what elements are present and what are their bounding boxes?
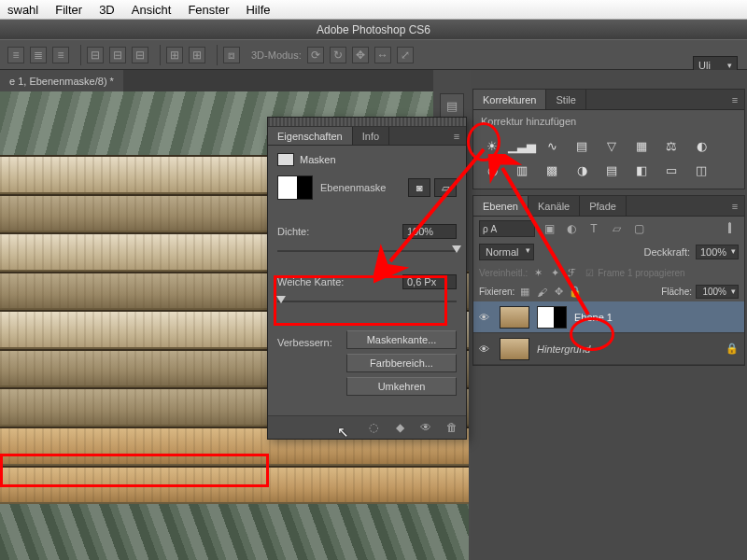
distribute-icon[interactable]: ⊟ bbox=[87, 47, 104, 63]
vibrance-icon[interactable]: ▽ bbox=[600, 136, 623, 155]
align-icon[interactable]: ≡ bbox=[7, 47, 24, 63]
lock-all-icon[interactable]: 🔒 bbox=[569, 286, 582, 299]
panel-menu-icon[interactable]: ≡ bbox=[726, 196, 744, 216]
flaeche-value[interactable]: 100% bbox=[696, 285, 739, 299]
tab-stile[interactable]: Stile bbox=[546, 90, 585, 109]
menu-item[interactable]: Ansicht bbox=[132, 3, 172, 17]
menu-item[interactable]: Fenster bbox=[188, 3, 229, 17]
distribute-icon[interactable]: ⊟ bbox=[132, 47, 148, 63]
distribute-icon[interactable]: ⊞ bbox=[189, 47, 205, 63]
3d-icon[interactable]: ⧈ bbox=[223, 47, 240, 63]
document-tab[interactable]: e 1, Ebenenmaske/8) * bbox=[0, 70, 123, 91]
filter-image-icon[interactable]: ▣ bbox=[541, 221, 557, 236]
visibility-icon[interactable]: 👁 bbox=[479, 312, 492, 323]
tab-kanaele[interactable]: Kanäle bbox=[529, 196, 580, 216]
deckkraft-label: Deckkraft: bbox=[643, 246, 690, 258]
filter-toggle-icon[interactable]: ⏽ bbox=[722, 221, 739, 236]
layer-thumbnail[interactable] bbox=[500, 338, 529, 360]
unify-icon[interactable]: ℱ bbox=[565, 266, 578, 279]
vector-mask-button[interactable]: ▱ bbox=[434, 178, 457, 197]
layer-name[interactable]: Hintergrund bbox=[537, 343, 718, 355]
menu-item[interactable]: Hilfe bbox=[246, 3, 270, 17]
tab-pfade[interactable]: Pfade bbox=[580, 196, 627, 216]
bw-icon[interactable]: ◐ bbox=[690, 136, 712, 155]
lock-transparency-icon[interactable]: ▦ bbox=[518, 286, 531, 299]
mac-menubar[interactable]: swahl Filter 3D Ansicht Fenster Hilfe bbox=[0, 0, 747, 20]
panel-menu-icon[interactable]: ≡ bbox=[447, 127, 466, 145]
gradient-icon[interactable]: ▭ bbox=[660, 161, 683, 179]
levels-icon[interactable]: ▁▃▅ bbox=[511, 136, 533, 155]
layer-mask-thumbnail[interactable] bbox=[537, 306, 567, 329]
dichte-slider[interactable] bbox=[277, 245, 457, 258]
panel-grip[interactable] bbox=[268, 118, 466, 127]
exposure-icon[interactable]: ▤ bbox=[571, 136, 593, 155]
weiche-kante-label: Weiche Kante: bbox=[277, 276, 402, 287]
hue-icon[interactable]: ▦ bbox=[630, 136, 653, 155]
filter-smart-icon[interactable]: ▢ bbox=[630, 221, 647, 236]
dichte-label: Dichte: bbox=[277, 226, 402, 237]
filter-adjustment-icon[interactable]: ◐ bbox=[563, 221, 580, 236]
umkehren-button[interactable]: Umkehren bbox=[346, 377, 457, 396]
panel-menu-icon[interactable]: ≡ bbox=[726, 90, 744, 109]
menu-item[interactable]: 3D bbox=[99, 3, 115, 17]
unify-icon[interactable]: ✦ bbox=[548, 266, 561, 279]
filter-text-icon[interactable]: T bbox=[585, 221, 602, 236]
load-selection-icon[interactable]: ◌ bbox=[365, 420, 382, 435]
lock-paint-icon[interactable]: 🖌 bbox=[535, 286, 548, 299]
filter-shape-icon[interactable]: ▱ bbox=[608, 221, 625, 236]
fixieren-label: Fixieren: bbox=[479, 287, 514, 297]
mixer-icon[interactable]: ▥ bbox=[511, 161, 533, 179]
dock-icon[interactable]: ▤ bbox=[440, 93, 464, 118]
visibility-icon[interactable]: 👁 bbox=[479, 343, 492, 355]
tab-eigenschaften[interactable]: Eigenschaften bbox=[268, 127, 353, 145]
posterize-icon[interactable]: ▤ bbox=[600, 161, 623, 179]
3d-mode-label: 3D-Modus: bbox=[251, 49, 302, 61]
maskenkante-button[interactable]: Maskenkante... bbox=[346, 330, 457, 349]
scale-icon[interactable]: ⤢ bbox=[397, 47, 414, 63]
lock-position-icon[interactable]: ✥ bbox=[552, 286, 565, 299]
farbbereich-button[interactable]: Farbbereich... bbox=[346, 354, 457, 372]
disable-mask-icon[interactable]: 👁 bbox=[417, 420, 434, 435]
blend-mode-select[interactable]: Normal bbox=[479, 244, 534, 260]
pixel-mask-button[interactable]: ◙ bbox=[408, 178, 430, 197]
layer-thumbnail[interactable] bbox=[500, 306, 529, 329]
photo-filter-icon[interactable]: ◔ bbox=[481, 161, 503, 179]
layer-row[interactable]: 👁 Hintergrund 🔒 bbox=[473, 333, 744, 365]
orbit-icon[interactable]: ⟳ bbox=[307, 47, 324, 63]
apply-mask-icon[interactable]: ◆ bbox=[391, 420, 408, 435]
unify-icon[interactable]: ✶ bbox=[531, 266, 544, 279]
balance-icon[interactable]: ⚖ bbox=[660, 136, 683, 155]
menu-item[interactable]: Filter bbox=[55, 3, 82, 17]
mask-thumbnail[interactable] bbox=[277, 175, 313, 200]
tab-info[interactable]: Info bbox=[353, 127, 389, 145]
selective-icon[interactable]: ◫ bbox=[690, 161, 712, 179]
menu-item[interactable]: swahl bbox=[7, 3, 38, 17]
distribute-icon[interactable]: ⊞ bbox=[166, 47, 183, 63]
invert-icon[interactable]: ◑ bbox=[571, 161, 593, 179]
weiche-kante-slider[interactable] bbox=[277, 295, 457, 308]
dichte-value[interactable]: 100% bbox=[402, 224, 457, 239]
layer-filter[interactable]: ρ A bbox=[479, 220, 535, 237]
layer-name[interactable]: Ebene 1 bbox=[574, 312, 739, 323]
app-titlebar: Adobe Photoshop CS6 bbox=[0, 20, 747, 39]
separator bbox=[160, 45, 161, 65]
lookup-icon[interactable]: ▩ bbox=[541, 161, 563, 179]
roll-icon[interactable]: ↻ bbox=[330, 47, 346, 63]
separator bbox=[217, 45, 218, 65]
threshold-icon[interactable]: ◧ bbox=[630, 161, 653, 179]
tab-ebenen[interactable]: Ebenen bbox=[473, 196, 529, 216]
brightness-icon[interactable]: ☀ bbox=[481, 136, 503, 155]
layer-row[interactable]: 👁 Ebene 1 bbox=[473, 301, 744, 333]
delete-mask-icon[interactable]: 🗑 bbox=[444, 420, 460, 435]
pan-icon[interactable]: ✥ bbox=[352, 47, 369, 63]
deckkraft-value[interactable]: 100% bbox=[696, 245, 739, 259]
slide-icon[interactable]: ↔ bbox=[374, 47, 391, 63]
curves-icon[interactable]: ∿ bbox=[541, 136, 563, 155]
weiche-kante-value[interactable]: 0,6 Px bbox=[402, 274, 457, 289]
mask-icon bbox=[277, 153, 294, 166]
properties-panel[interactable]: Eigenschaften Info ≡ Masken Ebenenmaske … bbox=[267, 117, 467, 440]
align-icon[interactable]: ≡ bbox=[52, 47, 69, 63]
tab-korrekturen[interactable]: Korrekturen bbox=[473, 90, 546, 109]
align-icon[interactable]: ≣ bbox=[30, 47, 47, 63]
distribute-icon[interactable]: ⊟ bbox=[109, 47, 126, 63]
